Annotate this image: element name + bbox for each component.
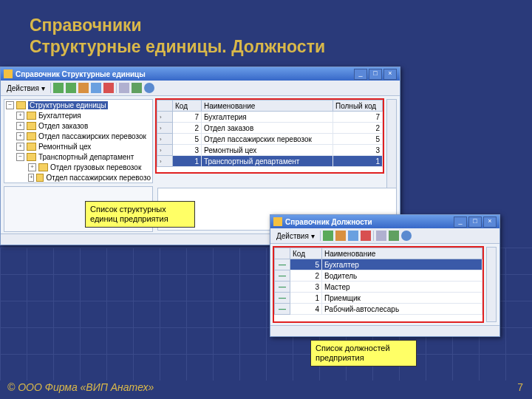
expand-icon[interactable]: + [16, 112, 24, 120]
cell[interactable]: Рабочий-автослесарь [322, 304, 482, 315]
tree-label: Транспортный департамент [38, 153, 134, 161]
help-icon[interactable] [144, 83, 154, 93]
titlebar[interactable]: Справочник Структурные единицы _ □ × [1, 67, 400, 81]
col-name[interactable]: Наименование [322, 248, 482, 259]
col-code[interactable]: Код [173, 100, 202, 112]
cell[interactable]: 3 [333, 145, 383, 156]
close-button[interactable]: × [483, 216, 497, 228]
separator [116, 83, 117, 93]
tree-item[interactable]: +Отдел грузовых перевозок [4, 162, 152, 172]
delete-icon[interactable] [103, 83, 114, 93]
table-row-selected[interactable]: —5Бухгалтер [275, 259, 482, 270]
col-code[interactable]: Код [290, 248, 322, 259]
cell[interactable]: 2 [333, 123, 383, 134]
expand-icon[interactable]: + [16, 132, 24, 140]
cell[interactable]: 7 [333, 112, 383, 123]
cell[interactable]: Водитель [322, 270, 482, 282]
maximize-button[interactable]: □ [369, 69, 382, 80]
cell[interactable]: Отдел заказов [202, 123, 333, 134]
slide-title-line1: Справочники [30, 16, 142, 35]
collapse-icon[interactable]: − [6, 101, 14, 109]
cell[interactable]: 2 [290, 270, 322, 282]
slide-title-line2: Структурные единицы. Должности [30, 37, 325, 56]
cell[interactable]: 5 [173, 134, 202, 145]
callout-structural-units: Список структурных единиц предприятия [85, 201, 195, 228]
copy-icon[interactable] [91, 83, 101, 93]
copy-icon[interactable] [348, 231, 358, 241]
actions-menu[interactable]: Действия ▾ [4, 83, 48, 94]
minimize-button[interactable]: _ [354, 69, 367, 80]
scrollbar[interactable] [486, 247, 497, 322]
row-marker: — [275, 259, 290, 270]
cell[interactable]: Отдел пассажирских перевозок [202, 134, 333, 145]
table-row[interactable]: —1Приемщик [275, 293, 482, 304]
cell[interactable]: 3 [173, 145, 202, 156]
cell[interactable]: Бухгалтерия [202, 112, 333, 123]
expand-icon[interactable]: + [16, 143, 24, 151]
cell[interactable]: 5 [333, 134, 383, 145]
add-icon[interactable] [53, 83, 64, 93]
col-name[interactable]: Наименование [202, 100, 333, 112]
actions-menu[interactable]: Действия ▾ [273, 231, 318, 242]
tree-root[interactable]: −Структурные единицы [4, 100, 152, 110]
tree-item[interactable]: −Транспортный департамент [4, 151, 152, 162]
cell[interactable]: Приемщик [322, 293, 482, 304]
expand-icon[interactable]: + [16, 122, 24, 130]
row-marker: — [275, 304, 290, 315]
window-title: Справочник Структурные единицы [16, 70, 352, 78]
cell[interactable]: 2 [173, 123, 202, 134]
refresh-icon[interactable] [389, 231, 399, 241]
add-folder-icon[interactable] [66, 83, 76, 93]
table-row[interactable]: —4Рабочий-автослесарь [275, 304, 482, 315]
collapse-icon[interactable]: − [16, 153, 24, 161]
cell[interactable]: Транспортный департамент [202, 156, 333, 167]
col-full[interactable]: Полный код [333, 100, 383, 112]
table-row[interactable]: ›5Отдел пассажирских перевозок5 [157, 134, 383, 145]
table-row-selected[interactable]: ›1Транспортный департамент1 [157, 156, 383, 167]
cell[interactable]: 4 [290, 304, 322, 315]
folder-icon [36, 174, 44, 182]
grid-pane-highlight[interactable]: Код Наименование Полный код ›7Бухгалтери… [156, 99, 383, 173]
tree-item[interactable]: +Отдел заказов [4, 120, 152, 131]
refresh-icon[interactable] [132, 83, 142, 93]
separator [50, 83, 51, 93]
tree-pane[interactable]: −Структурные единицы +Бухгалтерия +Отдел… [4, 99, 153, 183]
tree-item[interactable]: +Отдел пассажирских перевозок [4, 131, 152, 141]
grid-table[interactable]: Код Наименование —5Бухгалтер —2Водитель … [274, 248, 482, 315]
maximize-button[interactable]: □ [468, 216, 482, 228]
edit-icon[interactable] [78, 83, 89, 93]
move-icon[interactable] [376, 231, 386, 241]
cell[interactable]: 1 [173, 156, 202, 167]
cell[interactable]: Мастер [322, 282, 482, 293]
tree-item[interactable]: +Ремонтный цех [4, 141, 152, 151]
help-icon[interactable] [401, 231, 412, 241]
footer-copyright: © ООО Фирма «ВИП Анатех» [7, 381, 154, 393]
move-icon[interactable] [119, 83, 129, 93]
grid-table[interactable]: Код Наименование Полный код ›7Бухгалтери… [157, 100, 383, 167]
delete-icon[interactable] [361, 231, 371, 241]
table-row[interactable]: —3Мастер [275, 282, 482, 293]
table-row[interactable]: ›2Отдел заказов2 [157, 123, 383, 134]
toolbar: Действия ▾ [270, 228, 499, 244]
cell[interactable]: 1 [290, 293, 322, 304]
cell[interactable]: Ремонтный цех [202, 145, 333, 156]
tree-item[interactable]: +Бухгалтерия [4, 110, 152, 120]
expand-icon[interactable]: + [28, 163, 36, 171]
table-row[interactable]: ›7Бухгалтерия7 [157, 112, 383, 123]
cell[interactable]: 7 [173, 112, 202, 123]
cell[interactable]: 5 [290, 259, 322, 270]
titlebar[interactable]: Справочник Должности _ □ × [270, 215, 499, 228]
close-button[interactable]: × [383, 69, 397, 80]
grid-pane-highlight[interactable]: Код Наименование —5Бухгалтер —2Водитель … [273, 247, 483, 322]
minimize-button[interactable]: _ [454, 216, 467, 228]
tree-item[interactable]: +Отдел пассажирских перевозо [4, 172, 152, 183]
edit-icon[interactable] [335, 231, 346, 241]
cell[interactable]: 3 [290, 282, 322, 293]
cell[interactable]: 1 [333, 156, 383, 167]
row-marker: › [157, 112, 173, 123]
table-row[interactable]: ›3Ремонтный цех3 [157, 145, 383, 156]
expand-icon[interactable]: + [28, 174, 34, 182]
table-row[interactable]: —2Водитель [275, 270, 482, 282]
cell[interactable]: Бухгалтер [322, 259, 482, 270]
add-icon[interactable] [323, 231, 333, 241]
